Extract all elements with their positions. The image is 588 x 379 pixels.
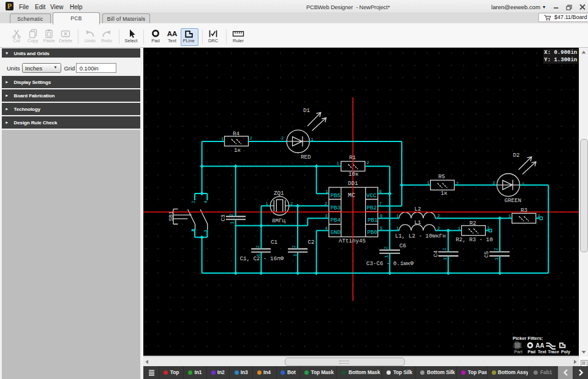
svg-text:L1, L2 - 10мкГн: L1, L2 - 10мкГн bbox=[395, 233, 446, 239]
svg-text:PB5: PB5 bbox=[331, 192, 341, 199]
svg-text:2: 2 bbox=[494, 248, 499, 250]
svg-text:2: 2 bbox=[292, 246, 296, 248]
svg-text:2: 2 bbox=[191, 201, 196, 203]
svg-text:ATtiny45: ATtiny45 bbox=[339, 238, 366, 244]
svg-text:ZQ1: ZQ1 bbox=[274, 190, 284, 197]
svg-text:1: 1 bbox=[458, 226, 461, 231]
svg-text:2: 2 bbox=[437, 226, 440, 231]
svg-text:3: 3 bbox=[203, 230, 208, 232]
svg-text:C3-C6 - 0.1мкФ: C3-C6 - 0.1мкФ bbox=[366, 260, 414, 267]
svg-text:1: 1 bbox=[337, 161, 339, 166]
svg-text:4: 4 bbox=[203, 201, 208, 203]
svg-text:1: 1 bbox=[522, 182, 524, 187]
svg-text:R3: R3 bbox=[521, 207, 527, 214]
svg-text:AA: AA bbox=[535, 342, 544, 349]
svg-text:1к: 1к bbox=[441, 190, 448, 197]
svg-text:2: 2 bbox=[325, 201, 327, 206]
svg-text:2: 2 bbox=[367, 160, 369, 165]
svg-text:1: 1 bbox=[256, 254, 261, 257]
svg-text:C4: C4 bbox=[432, 250, 439, 258]
svg-text:1: 1 bbox=[443, 258, 448, 260]
svg-text:C5: C5 bbox=[483, 251, 490, 258]
svg-text:1: 1 bbox=[494, 258, 499, 260]
svg-text:C1, C2 - 16пФ: C1, C2 - 16пФ bbox=[240, 255, 284, 262]
svg-text:MC: MC bbox=[348, 192, 355, 199]
svg-text:Picker Filters:: Picker Filters: bbox=[513, 336, 543, 341]
svg-text:1: 1 bbox=[396, 226, 399, 231]
svg-text:2: 2 bbox=[281, 136, 284, 141]
svg-text:PB0: PB0 bbox=[368, 229, 378, 236]
svg-text:2: 2 bbox=[383, 247, 388, 249]
svg-text:Part: Part bbox=[514, 350, 523, 354]
svg-text:2: 2 bbox=[437, 214, 440, 219]
svg-text:5: 5 bbox=[380, 226, 382, 231]
svg-text:C6: C6 bbox=[399, 242, 406, 249]
svg-text:2: 2 bbox=[255, 246, 260, 248]
svg-text:8МГц: 8МГц bbox=[272, 217, 286, 224]
svg-text:Trace: Trace bbox=[548, 350, 559, 354]
svg-text:1: 1 bbox=[266, 201, 268, 206]
svg-text:L1: L1 bbox=[415, 219, 422, 226]
svg-text:D1: D1 bbox=[303, 107, 311, 114]
svg-text:1: 1 bbox=[293, 254, 298, 257]
svg-text:R2: R2 bbox=[470, 220, 477, 227]
svg-text:10к: 10к bbox=[349, 171, 359, 178]
svg-text:2: 2 bbox=[442, 248, 447, 250]
svg-text:R1: R1 bbox=[349, 154, 356, 161]
svg-text:Poly: Poly bbox=[561, 350, 570, 355]
svg-text:2: 2 bbox=[250, 136, 252, 141]
svg-text:SB1: SB1 bbox=[168, 211, 175, 221]
svg-text:4: 4 bbox=[325, 226, 328, 231]
svg-text:GREEN: GREEN bbox=[505, 197, 522, 204]
svg-text:2: 2 bbox=[456, 181, 459, 186]
svg-text:AA: AA bbox=[167, 30, 178, 37]
svg-text:2: 2 bbox=[229, 214, 234, 216]
svg-text:1: 1 bbox=[191, 228, 196, 231]
svg-text:8: 8 bbox=[379, 189, 382, 194]
svg-text:6: 6 bbox=[380, 214, 382, 219]
svg-text:R5: R5 bbox=[439, 173, 445, 180]
svg-text:1: 1 bbox=[384, 255, 389, 258]
svg-text:R4: R4 bbox=[233, 130, 240, 137]
svg-text:2: 2 bbox=[538, 214, 540, 219]
svg-text:Text: Text bbox=[538, 350, 547, 354]
svg-text:VCC: VCC bbox=[366, 192, 377, 199]
svg-text:Pad: Pad bbox=[528, 350, 536, 354]
svg-text:RED: RED bbox=[301, 154, 311, 160]
svg-text:2: 2 bbox=[290, 201, 293, 206]
svg-text:1: 1 bbox=[230, 222, 235, 224]
svg-text:PB1: PB1 bbox=[368, 217, 378, 223]
svg-text:C2: C2 bbox=[308, 239, 315, 246]
svg-text:PB4: PB4 bbox=[331, 217, 341, 223]
svg-text:C3: C3 bbox=[220, 214, 227, 221]
svg-text:2: 2 bbox=[487, 226, 489, 231]
svg-text:1: 1 bbox=[508, 214, 511, 219]
svg-text:PB2: PB2 bbox=[367, 205, 377, 211]
svg-text:DD1: DD1 bbox=[348, 180, 358, 187]
svg-text:1: 1 bbox=[221, 137, 224, 141]
svg-text:1: 1 bbox=[427, 181, 429, 186]
svg-text:1: 1 bbox=[396, 214, 399, 219]
svg-text:2: 2 bbox=[492, 181, 495, 186]
svg-text:C1: C1 bbox=[271, 239, 278, 246]
svg-text:7: 7 bbox=[379, 201, 382, 206]
svg-text:D2: D2 bbox=[513, 152, 520, 159]
svg-text:GND: GND bbox=[331, 229, 341, 236]
svg-text:1: 1 bbox=[326, 189, 328, 194]
svg-text:L2: L2 bbox=[415, 206, 421, 212]
svg-text:1: 1 bbox=[311, 137, 314, 142]
svg-text:PB3: PB3 bbox=[331, 205, 341, 211]
svg-text:R2, R3 - 10: R2, R3 - 10 bbox=[456, 236, 493, 243]
svg-text:3: 3 bbox=[325, 214, 328, 219]
svg-text:1к: 1к bbox=[234, 147, 241, 154]
